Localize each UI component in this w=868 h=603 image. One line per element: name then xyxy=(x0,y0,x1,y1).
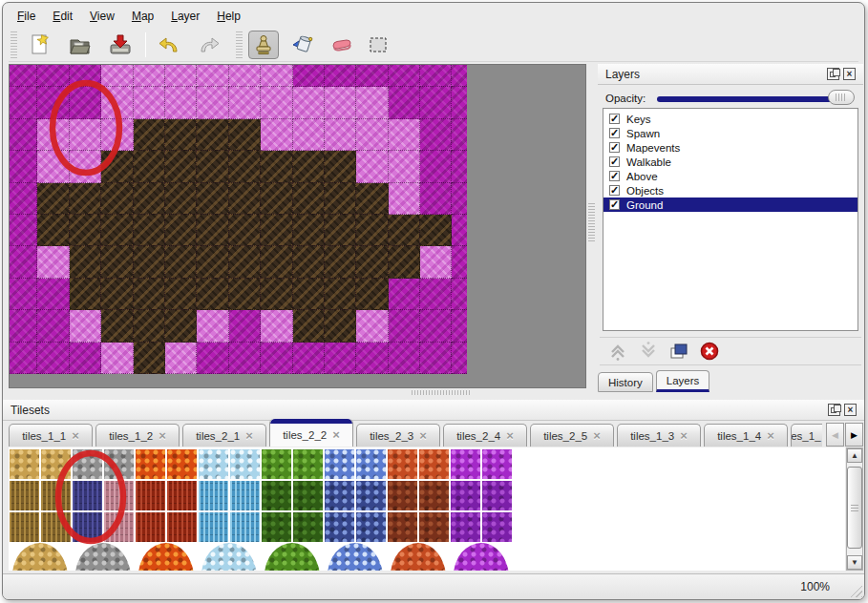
layer-visibility-checkbox[interactable]: ✓ xyxy=(609,114,620,124)
tileset-tab-tiles_2_5[interactable]: tiles_2_5× xyxy=(530,424,614,447)
layer-visibility-checkbox[interactable]: ✓ xyxy=(609,199,620,210)
tileset-tile-darkcrystal[interactable] xyxy=(356,512,386,542)
tab-close-icon[interactable]: × xyxy=(593,429,601,442)
tileset-tile-icecol[interactable] xyxy=(230,481,260,510)
toolbar-drag-handle-2[interactable] xyxy=(236,31,243,58)
tileset-tile-darkred[interactable] xyxy=(167,512,197,542)
tileset-view[interactable] xyxy=(9,447,845,571)
tileset-tile-rose[interactable] xyxy=(104,481,134,510)
tileset-tab-tiles_1_1[interactable]: tiles_1_1× xyxy=(9,424,93,447)
tileset-tile-darkvine[interactable] xyxy=(262,481,291,510)
tileset-tile-darkrust[interactable] xyxy=(388,512,417,542)
tileset-tile-darkblue[interactable] xyxy=(73,481,102,510)
tileset-tile-fiber[interactable] xyxy=(41,481,71,510)
tileset-tile-icecol[interactable] xyxy=(199,512,228,542)
tileset-tile-darkrust[interactable] xyxy=(419,481,449,510)
tileset-blob-tile-crystal[interactable] xyxy=(328,543,383,571)
layer-visibility-checkbox[interactable]: ✓ xyxy=(609,171,620,181)
tileset-tile-darkpurple[interactable] xyxy=(451,481,480,510)
layer-visibility-checkbox[interactable]: ✓ xyxy=(609,185,620,196)
tab-scroll-right-icon[interactable]: ▶ xyxy=(845,423,863,447)
menu-file[interactable]: File xyxy=(9,8,44,25)
tileset-tile-crystal[interactable] xyxy=(325,449,354,479)
layer-row-ground[interactable]: ✓Ground xyxy=(603,198,857,212)
tileset-tile-lava[interactable] xyxy=(167,449,197,479)
tileset-tile-darkvine[interactable] xyxy=(262,512,291,542)
tab-close-icon[interactable]: × xyxy=(680,429,688,442)
layer-visibility-checkbox[interactable]: ✓ xyxy=(609,128,620,138)
tab-close-icon[interactable]: × xyxy=(332,428,340,441)
tileset-tile-lava[interactable] xyxy=(136,449,165,479)
tileset-tile-crystal[interactable] xyxy=(356,449,386,479)
menu-layer[interactable]: Layer xyxy=(162,8,208,25)
map-canvas[interactable] xyxy=(9,64,586,388)
tileset-tile-darkred[interactable] xyxy=(136,481,165,510)
tileset-tile-darkcrystal[interactable] xyxy=(356,481,386,510)
layer-visibility-checkbox[interactable]: ✓ xyxy=(609,142,620,153)
rect-select-tool-button[interactable] xyxy=(363,31,393,59)
tileset-tile-fiber[interactable] xyxy=(41,512,71,542)
tileset-tab-tiles_1_2[interactable]: tiles_1_2× xyxy=(95,424,180,447)
tileset-tile-darkred[interactable] xyxy=(167,481,197,510)
undo-button[interactable] xyxy=(154,31,184,59)
lower-layer-button[interactable] xyxy=(636,340,661,363)
eraser-tool-button[interactable] xyxy=(325,31,355,59)
toolbar-drag-handle[interactable] xyxy=(11,31,17,58)
tileset-tile-vine[interactable] xyxy=(262,449,291,479)
open-map-button[interactable] xyxy=(65,31,95,59)
float-panel-icon[interactable] xyxy=(827,68,839,80)
tileset-tab-tiles_1_3[interactable]: tiles_1_3× xyxy=(617,424,701,447)
tileset-tile-vine[interactable] xyxy=(293,449,323,479)
tileset-tile-rock[interactable] xyxy=(73,449,102,479)
horizontal-splitter[interactable] xyxy=(412,390,471,395)
tileset-blob-tile-lava[interactable] xyxy=(138,543,194,571)
tileset-tile-icecol[interactable] xyxy=(230,512,260,542)
raise-layer-button[interactable] xyxy=(605,340,630,363)
tab-history[interactable]: History xyxy=(598,372,653,392)
layer-row-above[interactable]: ✓Above xyxy=(603,169,857,183)
tileset-tile-ice[interactable] xyxy=(199,449,228,479)
tileset-tile-purple[interactable] xyxy=(451,449,480,479)
tileset-tile-darkrust[interactable] xyxy=(388,481,417,510)
layer-row-spawn[interactable]: ✓Spawn xyxy=(603,126,857,140)
tab-close-icon[interactable]: × xyxy=(159,429,166,442)
tab-close-icon[interactable]: × xyxy=(767,429,774,442)
tileset-tile-rock[interactable] xyxy=(104,449,134,479)
scrollbar-thumb[interactable] xyxy=(847,467,862,549)
scroll-down-icon[interactable]: ▼ xyxy=(847,555,862,570)
layer-row-keys[interactable]: ✓Keys xyxy=(603,112,857,126)
tileset-blob-tile-rock[interactable] xyxy=(75,543,131,571)
vertical-splitter[interactable] xyxy=(588,201,595,241)
tileset-tile-sand[interactable] xyxy=(41,449,71,479)
save-map-button[interactable] xyxy=(105,31,136,59)
delete-layer-button[interactable] xyxy=(697,340,722,363)
tileset-tile-darkvine[interactable] xyxy=(293,512,323,542)
redo-button[interactable] xyxy=(194,31,224,59)
resize-grip[interactable] xyxy=(846,581,862,597)
menu-help[interactable]: Help xyxy=(208,8,249,25)
layer-visibility-checkbox[interactable]: ✓ xyxy=(609,156,620,167)
close-panel-icon[interactable]: × xyxy=(843,68,856,80)
tab-close-icon[interactable]: × xyxy=(245,429,253,442)
stamp-tool-button[interactable] xyxy=(248,31,279,59)
menu-map[interactable]: Map xyxy=(123,8,162,25)
scroll-up-icon[interactable]: ▲ xyxy=(847,448,862,463)
new-map-button[interactable] xyxy=(25,31,55,59)
tileset-tile-rust[interactable] xyxy=(388,449,417,479)
tileset-tile-darkpurple[interactable] xyxy=(482,512,512,542)
tileset-tile-purple[interactable] xyxy=(482,449,512,479)
tileset-tile-sand[interactable] xyxy=(10,449,39,479)
layer-row-mapevents[interactable]: ✓Mapevents xyxy=(603,140,857,155)
tileset-tab-tiles_2_3[interactable]: tiles_2_3× xyxy=(356,424,440,447)
tileset-blob-tile-rust[interactable] xyxy=(391,543,446,571)
tileset-tile-darkcrystal[interactable] xyxy=(325,512,354,542)
tileset-tile-darkpurple[interactable] xyxy=(451,512,480,542)
float-tilesets-icon[interactable] xyxy=(828,404,840,416)
tileset-tab-tiles_2_2[interactable]: tiles_2_2× xyxy=(269,419,353,447)
tab-close-icon[interactable]: × xyxy=(72,429,79,442)
layer-row-walkable[interactable]: ✓Walkable xyxy=(603,155,857,169)
tileset-blob-tile-sand[interactable] xyxy=(12,543,68,571)
tileset-tile-darkblue[interactable] xyxy=(73,512,102,542)
tileset-blob-tile-vine[interactable] xyxy=(265,543,320,571)
duplicate-layer-button[interactable] xyxy=(667,340,691,363)
